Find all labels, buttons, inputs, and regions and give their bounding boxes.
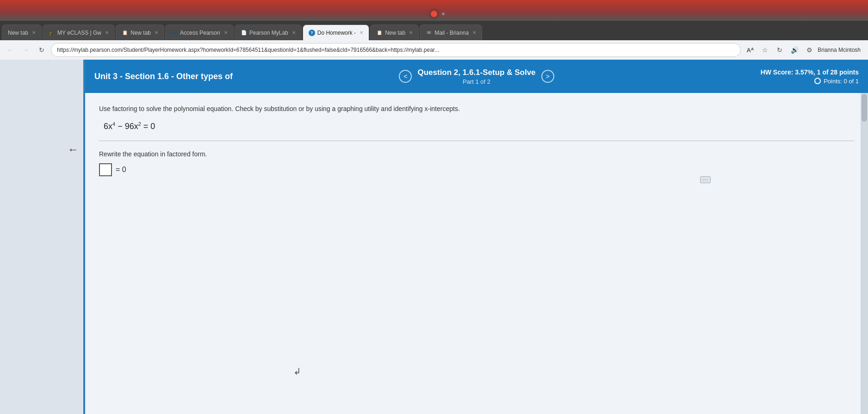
- newtab3-icon: 📋: [122, 30, 128, 36]
- header-score: HW Score: 3.57%, 1 of 28 points Points: …: [636, 68, 859, 85]
- camera-dot: [431, 11, 437, 17]
- tab-close-3[interactable]: ✕: [153, 29, 160, 37]
- settings-button[interactable]: ⚙: [803, 43, 816, 56]
- back-button[interactable]: ←: [4, 43, 17, 56]
- tab-close-8[interactable]: ✕: [471, 29, 478, 37]
- reader-icon: Aᴬ: [747, 47, 754, 54]
- user-name: Brianna Mcintosh: [818, 47, 864, 53]
- tab-close-5[interactable]: ✕: [290, 29, 298, 37]
- tab-label-4: Access Pearson: [180, 30, 220, 36]
- newtab7-icon: 📋: [376, 30, 383, 36]
- tab-label-7: New tab: [385, 30, 405, 36]
- myeclass-icon: 🎓: [49, 30, 55, 36]
- next-icon: >: [546, 73, 549, 80]
- tab-new-tab-1[interactable]: New tab ✕: [2, 25, 42, 40]
- scroll-area[interactable]: [861, 93, 868, 414]
- tab-close-7[interactable]: ✕: [407, 29, 415, 37]
- tab-label-5: Pearson MyLab: [249, 30, 288, 36]
- homework-icon: ?: [309, 30, 315, 36]
- question-info: Question 2, 1.6.1-Setup & Solve Part 1 o…: [417, 68, 535, 85]
- question-body: Use factoring to solve the polynomial eq…: [85, 93, 868, 187]
- factored-label: Rewrite the equation in factored form.: [99, 150, 854, 158]
- question-subtitle: Part 1 of 2: [417, 78, 535, 85]
- side-panel: ←: [0, 60, 83, 414]
- factored-answer-input[interactable]: [99, 163, 112, 176]
- hw-score-text: HW Score: 3.57%, 1 of 28 points: [645, 68, 859, 76]
- header-bar: Unit 3 - Section 1.6 - Other types of < …: [85, 60, 868, 93]
- forward-button[interactable]: →: [19, 43, 32, 56]
- star-icon: ☆: [762, 46, 768, 54]
- section-title: Unit 3 - Section 1.6 - Other types of: [94, 72, 317, 81]
- tab-myeclass[interactable]: 🎓 MY eCLASS | Gw ✕: [43, 25, 115, 40]
- tab-pearson-mylab[interactable]: 📄 Pearson MyLab ✕: [235, 25, 302, 40]
- read-icon: 🔊: [791, 46, 799, 54]
- factored-input-row: = 0: [99, 163, 854, 176]
- tab-label-2: MY eCLASS | Gw: [57, 30, 101, 36]
- points-row: Points: 0 of 1: [645, 78, 859, 85]
- browser-chrome: New tab ✕ 🎓 MY eCLASS | Gw ✕ 📋 New tab ✕…: [0, 21, 868, 60]
- tab-mail[interactable]: ✉ Mail - Brianna ✕: [420, 25, 482, 40]
- reader-view-button[interactable]: Aᴬ: [744, 43, 756, 56]
- d2l-icon: D2L: [171, 30, 178, 36]
- page-content: ← Unit 3 - Section 1.6 - Other types of …: [0, 60, 868, 414]
- tab-close-4[interactable]: ✕: [222, 29, 229, 37]
- back-arrow-icon[interactable]: ←: [68, 143, 83, 156]
- divider: [99, 141, 854, 141]
- bezel-top: [0, 0, 868, 21]
- read-aloud-button[interactable]: 🔊: [788, 43, 801, 56]
- question-instruction: Use factoring to solve the polynomial eq…: [99, 104, 854, 114]
- scroll-thumb[interactable]: [862, 94, 867, 122]
- tab-close-6[interactable]: ✕: [358, 29, 365, 37]
- prev-icon: <: [403, 73, 407, 80]
- equals-zero: = 0: [116, 166, 126, 174]
- tab-access-pearson[interactable]: D2L Access Pearson ✕: [165, 25, 234, 40]
- tab-close-2[interactable]: ✕: [103, 29, 111, 37]
- points-radio-icon: [814, 78, 821, 84]
- tab-label-6: Do Homework -: [317, 30, 356, 36]
- tab-new-tab-7[interactable]: 📋 New tab ✕: [370, 25, 419, 40]
- prev-question-button[interactable]: <: [399, 70, 412, 83]
- tab-do-homework[interactable]: ? Do Homework - ✕: [303, 25, 369, 40]
- tab-label-8: Mail - Brianna: [434, 30, 469, 36]
- toolbar-right: Aᴬ ☆ ↻ 🔊 ⚙ Brianna Mcintosh: [744, 43, 864, 56]
- tab-new-tab-3[interactable]: 📋 New tab ✕: [116, 25, 164, 40]
- address-bar[interactable]: https://mylab.pearson.com/Student/Player…: [51, 43, 741, 57]
- sensor-dot: [442, 12, 445, 15]
- tab-label-3: New tab: [130, 30, 151, 36]
- tab-bar: New tab ✕ 🎓 MY eCLASS | Gw ✕ 📋 New tab ✕…: [0, 21, 868, 40]
- url-text: https://mylab.pearson.com/Student/Player…: [57, 47, 439, 53]
- next-question-button[interactable]: >: [541, 70, 554, 83]
- collections-icon: ↻: [777, 46, 782, 54]
- main-content: Unit 3 - Section 1.6 - Other types of < …: [85, 60, 868, 414]
- cursor-indicator: ↲: [293, 366, 301, 377]
- question-title: Question 2, 1.6.1-Setup & Solve: [417, 68, 535, 77]
- points-text: Points: 0 of 1: [824, 78, 859, 85]
- expand-dots-button[interactable]: ···: [700, 176, 711, 183]
- header-nav: < Question 2, 1.6.1-Setup & Solve Part 1…: [317, 68, 637, 85]
- favorites-button[interactable]: ☆: [758, 43, 771, 56]
- address-bar-row: ← → ↻ https://mylab.pearson.com/Student/…: [0, 40, 868, 60]
- tab-label-1: New tab: [8, 30, 28, 36]
- tab-close-1[interactable]: ✕: [30, 29, 37, 37]
- pearson-icon: 📄: [241, 30, 247, 36]
- refresh-button[interactable]: ↻: [35, 43, 48, 56]
- gear-icon: ⚙: [806, 46, 812, 54]
- equation-display: 6x4 − 96x2 = 0: [99, 121, 854, 131]
- collections-button[interactable]: ↻: [773, 43, 786, 56]
- mail-icon: ✉: [426, 30, 432, 36]
